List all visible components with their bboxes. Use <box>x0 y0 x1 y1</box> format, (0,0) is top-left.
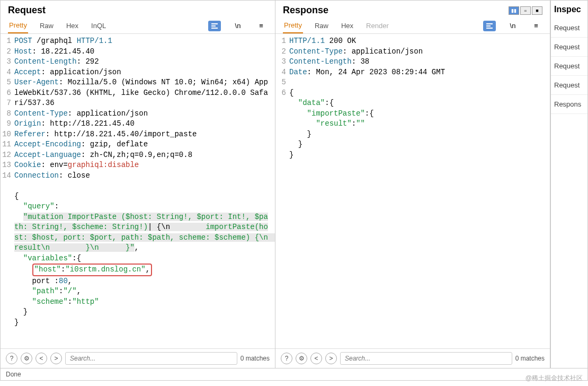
sidebar-item[interactable]: Request <box>551 38 587 57</box>
search-input[interactable] <box>340 352 512 365</box>
svg-rect-2 <box>211 28 218 29</box>
beautify-icon[interactable] <box>208 21 221 31</box>
search-input[interactable] <box>65 352 237 365</box>
response-tabs: Pretty Raw Hex Render \n ≡ <box>275 18 550 34</box>
svg-rect-1 <box>211 25 216 27</box>
help-icon[interactable]: ? <box>281 353 292 364</box>
svg-rect-3 <box>486 23 493 24</box>
request-title: Request <box>8 5 46 16</box>
tab-hex[interactable]: Hex <box>340 19 354 33</box>
beautify-icon[interactable] <box>483 21 496 31</box>
menu-icon[interactable]: ≡ <box>530 21 542 31</box>
prev-icon[interactable]: < <box>35 353 47 364</box>
sidebar-item[interactable]: Request <box>551 57 587 76</box>
match-count: 0 matches <box>240 355 270 362</box>
layout-buttons: ▮▮ = ■ <box>509 6 542 15</box>
inspector-title: Inspec <box>551 1 587 19</box>
match-count: 0 matches <box>515 355 545 362</box>
tab-hex[interactable]: Hex <box>65 19 79 33</box>
response-code[interactable]: 123456 HTTP/1.1 200 OK Content-Type: app… <box>275 34 550 348</box>
request-panel: Request Pretty Raw Hex InQL \n ≡ 1234567… <box>1 1 275 368</box>
next-icon[interactable]: > <box>325 353 337 364</box>
layout-columns-icon[interactable]: ▮▮ <box>509 6 519 15</box>
svg-rect-4 <box>486 25 491 27</box>
status-bar: Done <box>0 369 588 381</box>
tab-raw[interactable]: Raw <box>39 19 55 33</box>
tab-pretty[interactable]: Pretty <box>8 18 28 33</box>
layout-rows-icon[interactable]: = <box>520 6 531 15</box>
sidebar-item[interactable]: Request <box>551 19 587 38</box>
tab-raw[interactable]: Raw <box>314 19 329 33</box>
request-tabs: Pretty Raw Hex InQL \n ≡ <box>1 18 275 34</box>
watermark: @稀土掘金技术社区 <box>525 374 583 383</box>
newline-icon[interactable]: \n <box>231 21 244 31</box>
svg-rect-5 <box>486 28 493 29</box>
settings-icon[interactable]: ⚙ <box>21 353 32 364</box>
tab-pretty[interactable]: Pretty <box>283 18 303 33</box>
response-panel: Response ▮▮ = ■ Pretty Raw Hex Render \n… <box>275 1 550 368</box>
newline-icon[interactable]: \n <box>506 21 519 31</box>
prev-icon[interactable]: < <box>310 353 322 364</box>
help-icon[interactable]: ? <box>6 353 17 364</box>
tab-render[interactable]: Render <box>365 19 390 33</box>
sidebar-item[interactable]: Request <box>551 76 587 95</box>
request-bottom-bar: ? ⚙ < > 0 matches <box>1 348 275 368</box>
settings-icon[interactable]: ⚙ <box>296 353 307 364</box>
highlighted-host: "host":"i0srtm.dnslog.cn", <box>32 264 152 276</box>
sidebar-item[interactable]: Respons <box>551 95 587 114</box>
svg-rect-0 <box>211 23 218 24</box>
request-code[interactable]: 1234567891011121314 POST /graphql HTTP/1… <box>1 34 275 348</box>
next-icon[interactable]: > <box>50 353 62 364</box>
response-bottom-bar: ? ⚙ < > 0 matches <box>275 348 550 368</box>
response-title: Response <box>283 5 328 16</box>
menu-icon[interactable]: ≡ <box>255 21 268 31</box>
tab-inql[interactable]: InQL <box>90 19 107 33</box>
inspector-sidebar: Inspec Request Request Request Request R… <box>550 1 587 368</box>
layout-single-icon[interactable]: ■ <box>532 6 542 15</box>
